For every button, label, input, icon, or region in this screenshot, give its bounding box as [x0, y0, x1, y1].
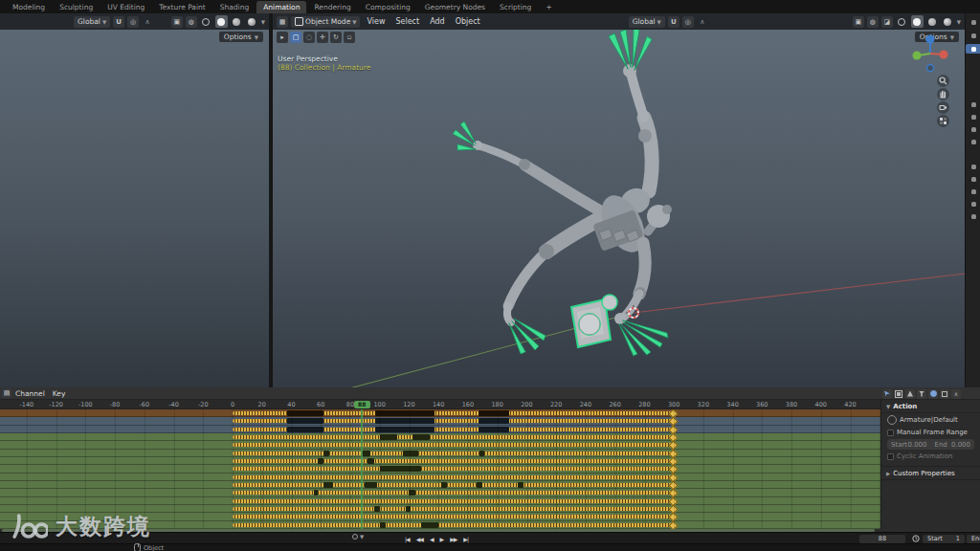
auto-key-record-icon[interactable]	[352, 534, 358, 540]
move-tool-icon[interactable]: ✛	[317, 32, 328, 43]
channel-row-object-1[interactable]	[0, 417, 880, 425]
properties-tab-constraints[interactable]	[968, 199, 979, 209]
channel-row-summary-0[interactable]	[0, 409, 880, 417]
shading-rendered-button[interactable]	[246, 15, 258, 28]
cyclic-animation-row[interactable]: Cyclic Animation	[881, 451, 980, 462]
keyframe-strip[interactable]	[233, 419, 674, 423]
manual-frame-range-row[interactable]: Manual Frame Range	[881, 427, 980, 438]
properties-tab-output[interactable]	[968, 99, 979, 109]
keyframe-strip[interactable]	[233, 515, 674, 518]
select-tool-icon[interactable]: ▢	[290, 32, 301, 43]
filter-sort-icon[interactable]: ∧	[951, 389, 961, 399]
chevron-down-icon[interactable]: ▼	[957, 19, 961, 25]
tab-sculpting[interactable]: Sculpting	[53, 1, 100, 13]
viewport-left-options-button[interactable]: Options▼	[219, 32, 263, 42]
tab-texture-paint[interactable]: Texture Paint	[152, 1, 212, 13]
current-frame-field[interactable]: 88	[859, 535, 905, 543]
properties-tab-data[interactable]	[968, 211, 979, 221]
prev-keyframe-button[interactable]: ◀◀	[413, 534, 426, 543]
menu-channel[interactable]: Channel	[11, 389, 49, 398]
menu-select[interactable]: Select	[391, 17, 423, 26]
falloff-icon[interactable]: ∧	[697, 16, 708, 28]
channel-row-object-2[interactable]	[0, 426, 880, 433]
filter-warning-icon[interactable]	[905, 389, 915, 399]
clock-icon[interactable]	[912, 535, 920, 542]
cursor-tool-icon[interactable]: ◌	[303, 32, 315, 43]
snap-magnet-icon[interactable]: U	[668, 16, 679, 28]
tab-modeling[interactable]: Modeling	[6, 1, 52, 13]
scene-3d[interactable]	[273, 13, 965, 387]
shading-material-button[interactable]	[231, 15, 243, 28]
playhead-badge[interactable]: 88	[354, 401, 370, 408]
proportional-editing-icon[interactable]: ◎	[127, 16, 139, 28]
viewport-left[interactable]: Global▼ U ◎ ∧ ▣ ◍ ▼ Options▼	[0, 13, 271, 387]
zoom-icon[interactable]	[937, 75, 949, 87]
frame-start-field[interactable]: Start1	[923, 535, 965, 543]
frame-range-fields[interactable]: Start0.000 End0.000	[887, 439, 974, 450]
toolbar-toggle-icon[interactable]: ▸	[277, 32, 288, 43]
properties-strip[interactable]	[965, 13, 980, 387]
keyframe-strip[interactable]	[233, 483, 674, 487]
snap-magnet-icon[interactable]: U	[113, 16, 124, 28]
channel-row-bone-11[interactable]	[0, 497, 880, 505]
properties-tab-modifiers[interactable]	[968, 162, 979, 171]
filter-box-icon[interactable]	[940, 389, 949, 399]
action-datablock-row[interactable]: Armature|Default	[881, 413, 980, 427]
keyframe-strip[interactable]	[233, 475, 674, 479]
keyframe-strip[interactable]	[233, 467, 674, 471]
properties-tab-world[interactable]	[968, 137, 979, 146]
channel-row-bone-4[interactable]	[0, 441, 880, 449]
keyframe-strip[interactable]	[233, 507, 674, 511]
timeline-ruler[interactable]: -140-120-100-80-60-40-200204060801001201…	[0, 400, 880, 409]
tab-scripting[interactable]: Scripting	[493, 1, 538, 13]
filter-pointer-icon[interactable]	[882, 389, 892, 399]
channel-row-bone-3[interactable]	[0, 433, 880, 441]
editor-type-icon[interactable]: ▤	[2, 388, 11, 398]
filter-funnel-icon[interactable]	[917, 389, 926, 399]
overlays-toggle-icon[interactable]: ◍	[186, 16, 197, 28]
tab-shading[interactable]: Shading	[213, 1, 256, 13]
end-keyframe-diamond[interactable]	[669, 520, 679, 529]
tab-geometry-nodes[interactable]: Geometry Nodes	[418, 1, 492, 13]
menu-add[interactable]: Add	[426, 17, 449, 26]
properties-tab-tool[interactable]	[968, 17, 979, 27]
play-reverse-button[interactable]: ◀	[427, 534, 436, 543]
keyframe-strip[interactable]	[233, 411, 674, 415]
tab-animation[interactable]: Animation	[256, 1, 306, 13]
mode-dropdown[interactable]: Object Mode▼	[291, 16, 360, 28]
channel-row-bone-6[interactable]	[0, 457, 880, 465]
shading-material-button[interactable]	[926, 15, 939, 28]
shading-wireframe-button[interactable]	[200, 15, 212, 28]
playhead-line[interactable]	[361, 409, 363, 529]
keyframe-strip[interactable]	[233, 452, 674, 455]
chevron-down-icon[interactable]: ▼	[261, 19, 265, 25]
shading-rendered-button[interactable]	[942, 15, 954, 28]
channel-row-bone-9[interactable]	[0, 481, 880, 489]
toggle-view-icon[interactable]	[937, 115, 949, 127]
tab-compositing[interactable]: Compositing	[359, 1, 417, 13]
keyframe-strip[interactable]	[233, 459, 674, 463]
menu-key[interactable]: Key	[49, 389, 70, 398]
keyframe-strip[interactable]	[233, 491, 674, 495]
keyframe-strip[interactable]	[233, 428, 674, 431]
channel-row-bone-5[interactable]	[0, 450, 880, 457]
channel-row-bone-10[interactable]	[0, 489, 880, 496]
gizmo-toggle-icon[interactable]: ▣	[171, 16, 183, 28]
overlays-toggle-icon[interactable]: ◍	[867, 16, 879, 28]
chevron-down-icon[interactable]: ▼	[360, 534, 364, 540]
orientation-dropdown[interactable]: Global▼	[74, 16, 110, 28]
next-keyframe-button[interactable]: ▶▶	[447, 534, 459, 543]
orientation-dropdown[interactable]: Global▼	[629, 16, 665, 28]
menu-view[interactable]: View	[363, 17, 389, 26]
prop-cube[interactable]	[571, 295, 617, 347]
gizmo-toggle-icon[interactable]: ▣	[853, 16, 864, 28]
properties-tab-physics[interactable]	[968, 187, 979, 196]
keyframe-strip[interactable]	[233, 523, 674, 527]
falloff-icon[interactable]: ∧	[142, 16, 153, 28]
navigation-gizmo[interactable]	[909, 33, 951, 75]
keyframe-strip[interactable]	[233, 443, 674, 447]
pan-hand-icon[interactable]	[937, 88, 949, 100]
filter-grid-icon[interactable]	[894, 389, 903, 399]
shading-solid-button[interactable]	[911, 15, 924, 28]
properties-tab-object[interactable]	[966, 44, 980, 54]
